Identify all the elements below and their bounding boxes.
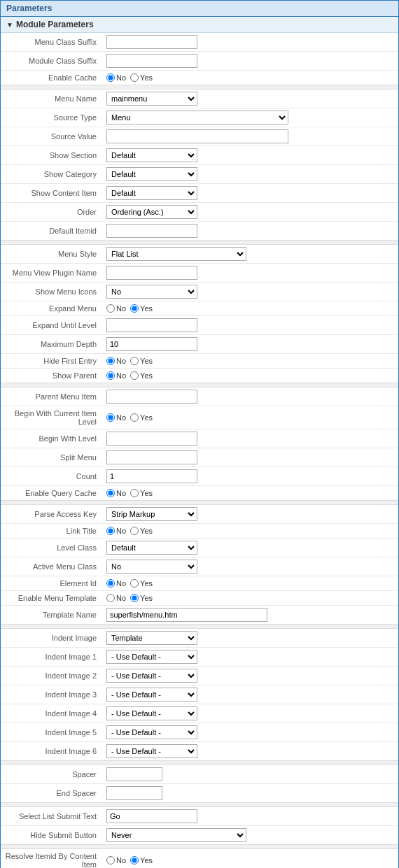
link-title-no-label[interactable]: No [106, 527, 126, 535]
spacer-input[interactable] [106, 767, 162, 781]
menu-style-select[interactable]: Flat List [106, 247, 246, 261]
resolve-itemid-yes-radio[interactable] [130, 856, 139, 865]
table-row: Source Value [1, 127, 398, 146]
select-list-submit-text-input[interactable] [106, 809, 197, 823]
indent-image-5-select[interactable]: - Use Default - [106, 725, 197, 739]
expand-until-level-value [102, 316, 398, 335]
indent-image-2-select[interactable]: - Use Default - [106, 669, 197, 683]
table-row: Indent Image 2 - Use Default - [1, 667, 398, 685]
table-row: Resolve Itemid By Content Item No Yes [1, 849, 398, 869]
spacer-label: Spacer [1, 765, 102, 784]
enable-cache-yes-label[interactable]: Yes [130, 73, 153, 82]
begin-with-current-yes-label[interactable]: Yes [130, 413, 153, 422]
menu-name-select[interactable]: mainmenu [106, 92, 197, 106]
menu-class-suffix-input[interactable] [106, 35, 197, 49]
end-spacer-value [102, 784, 398, 803]
expand-menu-yes-radio[interactable] [130, 304, 139, 313]
expand-menu-no-radio[interactable] [106, 304, 115, 313]
begin-with-current-no-radio[interactable] [106, 413, 115, 422]
enable-cache-yes-radio[interactable] [130, 73, 139, 82]
show-content-item-label: Show Content Item [1, 184, 102, 203]
element-id-yes-radio[interactable] [130, 579, 139, 588]
source-type-select[interactable]: Menu [106, 111, 288, 124]
table-row: Indent Image 5 - Use Default - [1, 723, 398, 742]
show-parent-no-label[interactable]: No [106, 371, 126, 380]
default-itemid-input[interactable] [106, 224, 197, 238]
menu-count-input[interactable] [106, 469, 197, 483]
end-spacer-input[interactable] [106, 786, 162, 800]
link-title-yes-radio[interactable] [130, 527, 139, 535]
hide-first-entry-no-radio[interactable] [106, 357, 115, 365]
enable-query-cache-no-radio[interactable] [106, 489, 115, 497]
link-title-no-radio[interactable] [106, 527, 115, 535]
expand-menu-value: No Yes [102, 301, 398, 316]
enable-cache-no-radio[interactable] [106, 73, 115, 82]
resolve-itemid-yes-label[interactable]: Yes [130, 856, 153, 865]
show-category-select[interactable]: Default [106, 167, 197, 181]
active-menu-class-select[interactable]: No Yes [106, 560, 197, 574]
expand-menu-yes-label[interactable]: Yes [130, 304, 153, 313]
level-class-select[interactable]: Default [106, 541, 197, 555]
hide-first-entry-no-label[interactable]: No [106, 357, 126, 365]
show-parent-yes-label[interactable]: Yes [130, 371, 153, 380]
maximum-depth-label: Maximum Depth [1, 335, 102, 354]
menu-count-label: Count [1, 467, 102, 486]
resolve-itemid-no-label[interactable]: No [106, 856, 126, 865]
indent-image-1-select[interactable]: - Use Default - [106, 650, 197, 664]
enable-menu-template-yes-radio[interactable] [130, 594, 139, 602]
parent-menu-item-value [102, 387, 398, 406]
show-menu-icons-select[interactable]: No Yes [106, 285, 197, 299]
hide-first-entry-yes-label[interactable]: Yes [130, 357, 153, 365]
hide-first-entry-yes-radio[interactable] [130, 357, 139, 365]
enable-query-cache-yes-radio[interactable] [130, 489, 139, 497]
source-value-input[interactable] [106, 129, 288, 143]
enable-query-cache-no-label[interactable]: No [106, 489, 126, 497]
begin-with-level-input[interactable] [106, 432, 197, 446]
begin-with-current-yes-radio[interactable] [130, 413, 139, 422]
link-title-radio-group: No Yes [106, 527, 394, 535]
enable-menu-template-no-label[interactable]: No [106, 594, 126, 602]
template-name-input[interactable] [106, 608, 267, 622]
table-row: End Spacer [1, 784, 398, 803]
show-parent-yes-radio[interactable] [130, 371, 139, 380]
expand-menu-no-label[interactable]: No [106, 304, 126, 313]
maximum-depth-input[interactable] [106, 337, 197, 351]
resolve-itemid-no-radio[interactable] [106, 856, 115, 865]
split-menu-input[interactable] [106, 450, 197, 464]
element-id-no-radio[interactable] [106, 579, 115, 588]
enable-query-cache-yes-label[interactable]: Yes [130, 489, 153, 497]
show-category-label: Show Category [1, 165, 102, 184]
enable-cache-no-label[interactable]: No [106, 73, 126, 82]
indent-image-6-select[interactable]: - Use Default - [106, 744, 197, 758]
link-title-yes-label[interactable]: Yes [130, 527, 153, 535]
enable-menu-template-yes-label[interactable]: Yes [130, 594, 153, 602]
hide-submit-button-select[interactable]: Never [106, 828, 246, 842]
element-id-radio-group: No Yes [106, 579, 394, 588]
show-section-select[interactable]: Default [106, 148, 197, 162]
parse-access-key-select[interactable]: Strip Markup [106, 507, 197, 521]
table-row: Menu Name mainmenu [1, 90, 398, 108]
begin-with-current-no-label[interactable]: No [106, 413, 126, 422]
section-label: Module Parameters [16, 20, 94, 29]
enable-menu-template-no-radio[interactable] [106, 594, 115, 602]
template-name-label: Template Name [1, 606, 102, 625]
indent-image-3-select[interactable]: - Use Default - [106, 688, 197, 702]
menu-view-plugin-name-input[interactable] [106, 266, 197, 280]
show-section-label: Show Section [1, 146, 102, 165]
show-parent-no-radio[interactable] [106, 371, 115, 380]
order-select[interactable]: Ordering (Asc.) [106, 205, 197, 219]
enable-query-cache-label: Enable Query Cache [1, 486, 102, 501]
element-id-yes-label[interactable]: Yes [130, 579, 153, 588]
enable-cache-label: Enable Cache [1, 71, 102, 85]
level-class-label: Level Class [1, 539, 102, 557]
module-class-suffix-input[interactable] [106, 54, 197, 68]
hide-first-entry-label: Hide First Entry [1, 354, 102, 369]
show-content-item-select[interactable]: Default [106, 186, 197, 200]
hide-first-entry-radio-group: No Yes [106, 357, 394, 365]
expand-until-level-input[interactable] [106, 318, 197, 332]
indent-image-select[interactable]: Template [106, 631, 197, 645]
indent-image-4-select[interactable]: - Use Default - [106, 706, 197, 720]
element-id-no-label[interactable]: No [106, 579, 126, 588]
parent-menu-item-input[interactable] [106, 390, 197, 404]
indent-image-3-label: Indent Image 3 [1, 685, 102, 704]
